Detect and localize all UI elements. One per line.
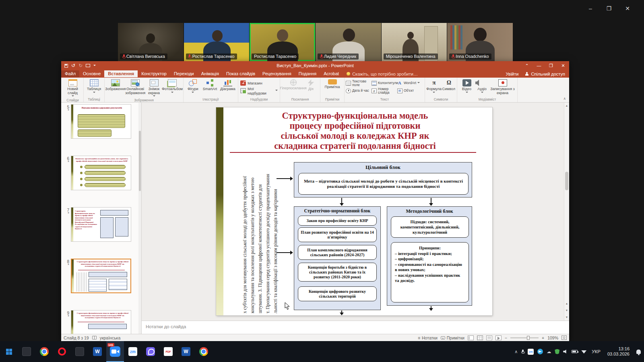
slide-sorter-view-button[interactable] (477, 335, 483, 340)
participant-tile[interactable]: Ростислав Тарасенко (184, 23, 250, 61)
slideshow-view-button[interactable] (495, 335, 502, 340)
tray-zoom-icon[interactable]: zm (528, 349, 534, 355)
zoom-slider[interactable] (510, 337, 539, 338)
tell-me-box[interactable]: Скажіть, що потрібно зробити… (347, 72, 418, 76)
dark-app-icon-2[interactable] (71, 341, 89, 362)
object-button[interactable]: Об'єкт (397, 87, 422, 94)
hidden-icons-chevron[interactable]: ∧ (514, 350, 518, 354)
cloud-icon[interactable]: ☁ (547, 350, 551, 354)
zoom-meeting-icon[interactable]: 141 (106, 341, 124, 362)
tray-mic-icon[interactable] (521, 350, 524, 354)
ppt-restore-button[interactable]: ❐ (545, 61, 557, 70)
start-slideshow-icon[interactable] (86, 64, 90, 67)
chrome-icon-2[interactable] (195, 341, 213, 362)
ppt-close-button[interactable]: ✕ (557, 61, 569, 70)
wifi-icon[interactable] (581, 350, 586, 354)
symbol-button[interactable]: Символ (442, 78, 456, 91)
slide-thumbnail[interactable]: Структурно-функціональна модель процесу … (71, 310, 131, 334)
participant-tile[interactable]: Мірошніченко Валентина (381, 23, 447, 61)
online-pictures-button[interactable]: Онлайнові зображення (125, 78, 145, 95)
tab-animations[interactable]: Анімація (198, 70, 223, 77)
new-slide-button[interactable]: Новий слайд (64, 78, 82, 98)
opera-icon[interactable] (53, 341, 71, 362)
ppt-minimize-button[interactable]: — (533, 61, 545, 70)
slide-thumbnail[interactable]: Структурно-функціональна модель процесу … (71, 207, 131, 242)
date-time-button[interactable]: Дата й час (346, 87, 371, 94)
audio-button[interactable]: Аудіо (475, 78, 490, 94)
vertical-scrollbar[interactable]: ▲ ▲ ▼ ▼ (564, 103, 569, 321)
thumbnail-scrollbar[interactable] (138, 103, 141, 334)
undo-icon[interactable]: ↺ (71, 63, 75, 68)
tab-home[interactable]: Основне (79, 70, 104, 77)
proofing-icon[interactable] (92, 336, 97, 339)
shield-icon[interactable] (555, 349, 559, 354)
active-speaker-tile[interactable]: Ростислав Тарасенко (249, 23, 315, 61)
tab-review[interactable]: Рецензування (259, 70, 295, 77)
video-button[interactable]: Відео (459, 78, 475, 94)
participant-tile[interactable]: Inna Osadchenko (447, 23, 513, 61)
zoom-out-button[interactable]: − (505, 335, 507, 340)
restore-button[interactable]: ❐ (600, 2, 618, 14)
pictures-button[interactable]: Зображення (106, 78, 125, 91)
word-icon[interactable]: W (89, 341, 106, 362)
language-indicator[interactable]: українська (100, 335, 121, 340)
shapes-button[interactable]: Фігури (185, 78, 201, 94)
tab-transitions[interactable]: Переходи (170, 70, 198, 77)
ribbon-display-options-icon[interactable]: ⌃ (521, 61, 533, 70)
sign-in-link[interactable]: Увійти (506, 72, 518, 76)
slide-number-button[interactable]: Номер слайда (372, 87, 396, 94)
header-footer-button[interactable]: Колонтитули (372, 80, 396, 86)
slide-thumbnail[interactable]: Комплекс організаційно-педагогічних умов… (71, 156, 131, 190)
zoom-level[interactable]: 109% (547, 335, 558, 340)
tab-insert[interactable]: Вставлення (104, 70, 138, 77)
language-switcher[interactable]: УКР (590, 349, 602, 354)
word-icon-2[interactable]: W (177, 341, 195, 362)
tab-design[interactable]: Конструктор (138, 70, 170, 77)
notification-bell-icon[interactable] (636, 350, 641, 354)
dark-app-icon-1[interactable] (18, 341, 35, 362)
chrome-icon[interactable] (35, 341, 53, 362)
participant-tile[interactable]: Світлана Виговська (118, 23, 184, 61)
text-box-button[interactable]: Текстове поле (346, 80, 371, 86)
slide-thumbnail[interactable]: Наукова новизна одержаних результатів (71, 104, 131, 139)
telegram-icon[interactable] (537, 349, 543, 354)
store-button[interactable]: Магазин (239, 79, 279, 87)
tab-view[interactable]: Подання (295, 70, 320, 77)
screenshot-button[interactable]: Знімок екрана (145, 78, 163, 98)
tab-file[interactable]: Файл (61, 70, 79, 77)
zoom-in-button[interactable]: + (542, 335, 544, 340)
battery-icon[interactable] (572, 350, 578, 353)
taskbar-clock[interactable]: 13:16 03.03.2026 (606, 346, 631, 357)
reading-view-button[interactable] (486, 335, 492, 340)
fit-slide-to-window-button[interactable] (561, 335, 567, 340)
redo-icon[interactable]: ↻ (78, 63, 83, 68)
scrollbar-thumb[interactable] (565, 172, 568, 190)
volume-icon[interactable] (563, 350, 568, 354)
next-slide-button[interactable]: ▼ (564, 307, 569, 314)
screen-recording-button[interactable]: Записування з екрана (490, 78, 516, 95)
notes-pane[interactable]: Нотатки до слайда (142, 321, 569, 334)
equation-button[interactable]: Формула (426, 78, 442, 94)
my-addins-button[interactable]: Мої надбудови (239, 87, 279, 95)
previous-slide-button[interactable]: ▲ (564, 300, 569, 307)
normal-view-button[interactable] (468, 335, 474, 340)
viber-icon[interactable] (142, 341, 159, 362)
comment-button[interactable]: Примітка (323, 78, 342, 89)
tab-acrobat[interactable]: Acrobat (320, 70, 343, 77)
pdf-app-icon[interactable]: PDF (159, 341, 177, 362)
qat-customize-caret-icon[interactable] (93, 65, 96, 67)
selected-slide-thumbnail[interactable]: Структурно-функціональна модель процесу … (71, 259, 131, 293)
smartart-button[interactable]: SmartArt (201, 78, 219, 91)
save-icon[interactable] (64, 64, 68, 68)
photo-album-button[interactable]: Фотоальбом (163, 78, 182, 94)
minimize-button[interactable]: – (581, 2, 600, 14)
share-button[interactable]: Спільний доступ (525, 72, 565, 76)
tab-slideshow[interactable]: Показ слайдів (223, 70, 259, 77)
close-button[interactable]: ✕ (618, 2, 637, 14)
slide-canvas[interactable]: Структурно-функціональна модель процесу … (216, 107, 492, 315)
table-button[interactable]: Таблиця (85, 78, 103, 94)
chart-button[interactable]: Діаграма (219, 78, 237, 91)
scroll-up-icon[interactable]: ▲ (564, 103, 569, 109)
comments-toggle[interactable]: Примітки (441, 335, 464, 340)
collapse-ribbon-button[interactable]: ∧ (563, 97, 566, 101)
